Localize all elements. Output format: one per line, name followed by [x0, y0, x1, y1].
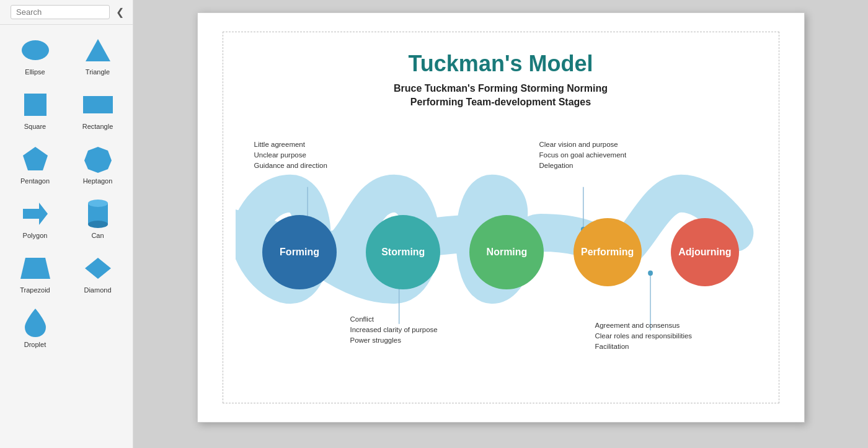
heptagon-label: Heptagon	[83, 177, 113, 185]
stages-row: Forming Storming Norming Performing Adjo…	[236, 215, 766, 289]
polygon-label: Polygon	[23, 232, 48, 239]
droplet-label: Droplet	[24, 341, 46, 348]
stage-forming[interactable]: Forming	[262, 215, 337, 289]
stage-storming[interactable]: Storming	[366, 215, 440, 289]
ellipse-label: Ellipse	[25, 68, 45, 76]
diagram-container: Little agreementUnclear purposeGuidance …	[236, 128, 766, 376]
svg-rect-3	[83, 96, 113, 113]
square-icon	[20, 89, 51, 120]
sidebar: ❮ Ellipse Triangle	[0, 0, 133, 448]
can-icon	[82, 198, 113, 229]
square-label: Square	[24, 123, 46, 130]
search-input[interactable]	[16, 7, 104, 17]
diamond-icon	[82, 253, 113, 284]
svg-marker-6	[23, 203, 48, 225]
heptagon-icon	[82, 144, 113, 175]
stage-performing[interactable]: Performing	[574, 218, 642, 286]
svg-marker-5	[84, 147, 112, 173]
svg-point-9	[88, 221, 108, 228]
trapezoid-icon	[20, 253, 51, 284]
svg-marker-1	[86, 39, 110, 61]
sidebar-item-droplet[interactable]: Droplet	[5, 304, 65, 352]
triangle-label: Triangle	[86, 68, 110, 76]
annotation-storming-bottom: ConflictIncreased clarity of purposePowe…	[350, 314, 462, 346]
trapezoid-label: Trapezoid	[20, 286, 50, 294]
sidebar-item-ellipse[interactable]: Ellipse	[5, 31, 65, 79]
stage-adjourning[interactable]: Adjourning	[671, 218, 739, 286]
rectangle-icon	[82, 89, 113, 120]
svg-marker-4	[23, 147, 48, 170]
canvas-paper[interactable]: Tuckman's Model Bruce Tuckman's Forming …	[197, 12, 805, 423]
ellipse-icon	[20, 35, 51, 66]
sidebar-item-heptagon[interactable]: Heptagon	[68, 140, 128, 188]
search-bar[interactable]	[11, 5, 110, 19]
sidebar-item-can[interactable]: Can	[68, 195, 128, 243]
annotation-forming-top: Little agreementUnclear purposeGuidance …	[254, 139, 366, 172]
diagram-title: Tuckman's Model	[236, 51, 766, 77]
sidebar-item-square[interactable]: Square	[5, 86, 65, 134]
annotation-performing-top: Clear vision and purposeFocus on goal ac…	[539, 139, 663, 172]
sidebar-item-trapezoid[interactable]: Trapezoid	[5, 249, 65, 297]
main-canvas-area: Tuckman's Model Bruce Tuckman's Forming …	[133, 0, 868, 448]
diamond-label: Diamond	[84, 286, 111, 294]
sidebar-item-pentagon[interactable]: Pentagon	[5, 140, 65, 188]
canvas-inner: Tuckman's Model Bruce Tuckman's Forming …	[223, 32, 779, 403]
svg-marker-10	[20, 258, 50, 279]
collapse-button[interactable]: ❮	[113, 5, 126, 19]
rectangle-label: Rectangle	[82, 123, 113, 130]
diagram-subtitle: Bruce Tuckman's Forming Storming Norming…	[236, 82, 766, 110]
sidebar-header: ❮	[0, 0, 133, 25]
sidebar-item-triangle[interactable]: Triangle	[68, 31, 128, 79]
svg-rect-2	[24, 94, 46, 116]
sidebar-item-rectangle[interactable]: Rectangle	[68, 86, 128, 134]
annotation-performing-bottom: Agreement and consensusClear roles and r…	[595, 320, 719, 353]
shapes-grid: Ellipse Triangle Square	[0, 25, 133, 358]
svg-point-0	[22, 40, 49, 60]
sidebar-item-polygon[interactable]: Polygon	[5, 195, 65, 243]
droplet-icon	[20, 307, 51, 338]
svg-marker-11	[85, 258, 111, 279]
svg-point-8	[88, 200, 108, 207]
polygon-icon	[20, 198, 51, 229]
pentagon-label: Pentagon	[20, 177, 50, 185]
stage-norming[interactable]: Norming	[469, 215, 544, 289]
can-label: Can	[91, 232, 104, 239]
sidebar-item-diamond[interactable]: Diamond	[68, 249, 128, 297]
pentagon-icon	[20, 144, 51, 175]
triangle-icon	[82, 35, 113, 66]
